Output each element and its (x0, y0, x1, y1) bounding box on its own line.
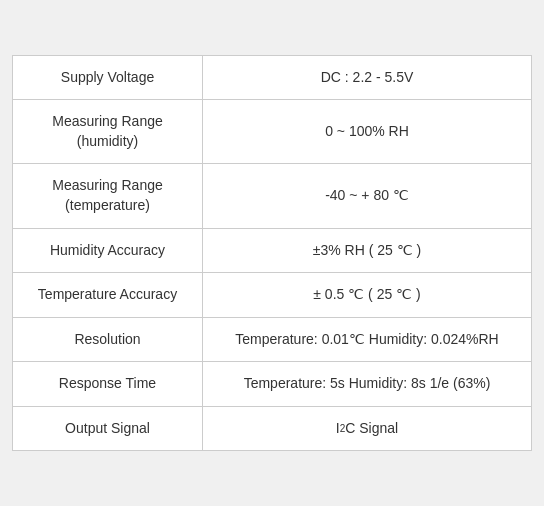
label-measuring-range-temperature: Measuring Range (temperature) (13, 164, 203, 227)
value-supply-voltage: DC : 2.2 - 5.5V (203, 56, 531, 100)
value-humidity-accuracy: ±3% RH ( 25 ℃ ) (203, 229, 531, 273)
value-temperature-accuracy: ± 0.5 ℃ ( 25 ℃ ) (203, 273, 531, 317)
label-measuring-range-humidity: Measuring Range (humidity) (13, 100, 203, 163)
label-temperature-accuracy: Temperature Accuracy (13, 273, 203, 317)
table-row: Response Time Temperature: 5s Humidity: … (13, 362, 531, 407)
table-row: Temperature Accuracy ± 0.5 ℃ ( 25 ℃ ) (13, 273, 531, 318)
value-measuring-range-humidity: 0 ~ 100% RH (203, 100, 531, 163)
label-response-time: Response Time (13, 362, 203, 406)
table-row: Humidity Accuracy ±3% RH ( 25 ℃ ) (13, 229, 531, 274)
table-row: Output Signal I2C Signal (13, 407, 531, 451)
label-supply-voltage: Supply Voltage (13, 56, 203, 100)
table-row: Resolution Temperature: 0.01℃ Humidity: … (13, 318, 531, 363)
table-row: Measuring Range (temperature) -40 ~ + 80… (13, 164, 531, 228)
table-row: Measuring Range (humidity) 0 ~ 100% RH (13, 100, 531, 164)
label-output-signal: Output Signal (13, 407, 203, 451)
label-humidity-accuracy: Humidity Accuracy (13, 229, 203, 273)
table-row: Supply Voltage DC : 2.2 - 5.5V (13, 56, 531, 101)
value-response-time: Temperature: 5s Humidity: 8s 1/e (63%) (203, 362, 531, 406)
value-resolution: Temperature: 0.01℃ Humidity: 0.024%RH (203, 318, 531, 362)
label-resolution: Resolution (13, 318, 203, 362)
value-output-signal: I2C Signal (203, 407, 531, 451)
specs-table: Supply Voltage DC : 2.2 - 5.5V Measuring… (12, 55, 532, 452)
value-measuring-range-temperature: -40 ~ + 80 ℃ (203, 164, 531, 227)
